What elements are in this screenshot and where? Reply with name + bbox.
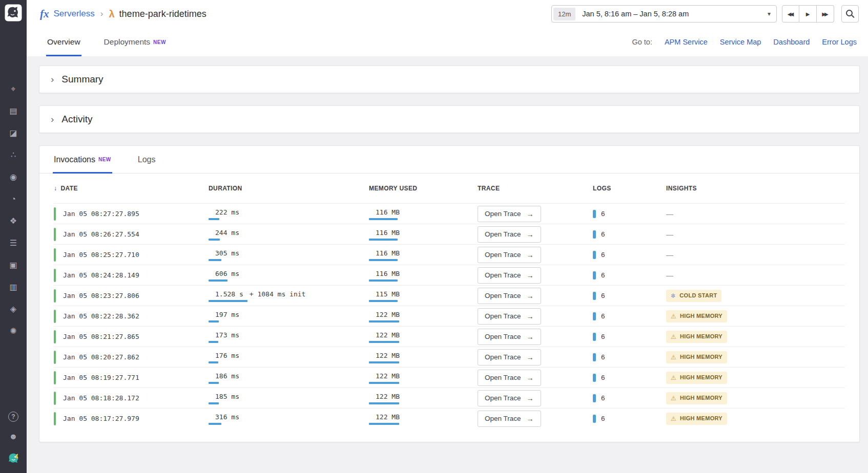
invocation-date: Jan 05 08:26:27.554 (63, 230, 139, 238)
arrow-right-icon: → (527, 230, 534, 239)
table-row[interactable]: Jan 05 08:25:27.710 305 ms 116 MB Open T… (54, 244, 845, 265)
processes-icon[interactable]: ∴ (7, 149, 19, 161)
log-icon (593, 333, 596, 341)
open-trace-button[interactable]: Open Trace → (478, 349, 541, 365)
logs-count-cell[interactable]: 6 (593, 271, 666, 280)
goto-link-apm-service[interactable]: APM Service (665, 38, 708, 46)
open-trace-button[interactable]: Open Trace → (478, 288, 541, 304)
sidebar-bottom: ? ☻ (7, 412, 19, 466)
logs-count-cell[interactable]: 6 (593, 251, 666, 259)
tab-overview[interactable]: Overview (47, 28, 80, 56)
goto-link-dashboard[interactable]: Dashboard (773, 38, 810, 46)
table-row[interactable]: Jan 05 08:17:27.979 316 ms 122 MB Open T… (54, 408, 845, 428)
logs-count-cell[interactable]: 6 (593, 210, 666, 218)
open-trace-button[interactable]: Open Trace → (478, 370, 541, 386)
trace-cell: Open Trace → (478, 308, 593, 325)
memory-cell: 122 MB (369, 351, 478, 363)
tab-invocations[interactable]: Invocations NEW (54, 146, 111, 173)
insights-cell: ⚠ HIGH MEMORY (666, 331, 845, 343)
zoom-button[interactable] (841, 5, 859, 23)
open-trace-button[interactable]: Open Trace → (478, 226, 541, 243)
duration-cell: 222 ms (209, 207, 369, 220)
duration-bar (209, 382, 219, 384)
organization-icon[interactable]: ☻ (9, 432, 18, 441)
logs-count-cell[interactable]: 6 (593, 230, 666, 239)
column-header-insights: INSIGHTS (666, 185, 845, 192)
tab-logs[interactable]: Logs (138, 146, 156, 173)
duration-value: 186 ms (215, 372, 239, 380)
datadog-logo-icon[interactable] (5, 4, 22, 22)
table-row[interactable]: Jan 05 08:23:27.806 1.528 s+ 1084 ms ini… (54, 285, 845, 306)
logs-count-cell[interactable]: 6 (593, 394, 666, 402)
events-icon[interactable]: ▤ (7, 105, 19, 117)
open-trace-button[interactable]: Open Trace → (478, 308, 541, 325)
help-icon[interactable]: ? (8, 412, 18, 422)
memory-bar (369, 423, 399, 425)
logs-count-cell[interactable]: 6 (593, 353, 666, 361)
tab-deployments[interactable]: Deployments NEW (104, 28, 166, 56)
table-row[interactable]: Jan 05 08:24:28.149 606 ms 116 MB Open T… (54, 265, 845, 285)
insight-badge: — (666, 272, 673, 279)
trace-cell: Open Trace → (478, 390, 593, 406)
table-row[interactable]: Jan 05 08:21:27.865 173 ms 122 MB Open T… (54, 326, 845, 347)
integrations-icon[interactable]: ❖ (7, 215, 19, 227)
memory-metric: 116 MB (369, 228, 400, 241)
open-trace-button[interactable]: Open Trace → (478, 206, 541, 222)
logs-count-cell[interactable]: 6 (593, 312, 666, 320)
log-explorer-icon[interactable]: ▥ (7, 281, 19, 293)
open-trace-button[interactable]: Open Trace → (478, 411, 541, 427)
insight-icon: ⚠ (671, 334, 676, 340)
invocation-date-cell: Jan 05 08:18:28.172 (54, 392, 209, 405)
monitors-icon[interactable]: ◉ (7, 171, 19, 183)
goto-link-error-logs[interactable]: Error Logs (822, 38, 857, 46)
memory-metric: 116 MB (369, 269, 400, 282)
insights-cell: ⚠ HIGH MEMORY (666, 392, 845, 404)
goto-link-service-map[interactable]: Service Map (720, 38, 761, 46)
synthetics-icon[interactable]: ✺ (7, 325, 19, 337)
open-trace-button[interactable]: Open Trace → (478, 247, 541, 263)
column-header-duration[interactable]: DURATION (209, 185, 369, 192)
goto-label: Go to: (632, 38, 652, 46)
tab-deployments-label: Deployments (104, 37, 150, 47)
logs-count-cell[interactable]: 6 (593, 333, 666, 341)
security-icon[interactable]: ◈ (7, 303, 19, 315)
skip-forward-button[interactable]: ▶▶ (817, 5, 834, 23)
table-row[interactable]: Jan 05 08:27:27.895 222 ms 116 MB Open T… (54, 203, 845, 224)
logs-count-cell[interactable]: 6 (593, 415, 666, 423)
column-header-date[interactable]: ↓DATE (54, 185, 209, 192)
memory-metric: 122 MB (369, 412, 400, 425)
invocation-date-cell: Jan 05 08:19:27.771 (54, 371, 209, 384)
play-button[interactable]: ▶ (799, 5, 817, 23)
table-row[interactable]: Jan 05 08:22:28.362 197 ms 122 MB Open T… (54, 306, 845, 326)
table-row[interactable]: Jan 05 08:19:27.771 186 ms 122 MB Open T… (54, 367, 845, 388)
column-header-memory[interactable]: MEMORY USED (369, 185, 478, 192)
metrics-icon[interactable]: ◪ (7, 127, 19, 139)
apm-icon[interactable]: ◔ (7, 193, 19, 205)
time-range-selector[interactable]: 12m Jan 5, 8:16 am – Jan 5, 8:28 am ▾ (551, 5, 777, 23)
notebooks-icon[interactable]: ▣ (7, 259, 19, 271)
memory-cell: 116 MB (369, 207, 478, 220)
table-row[interactable]: Jan 05 08:26:27.554 244 ms 116 MB Open T… (54, 224, 845, 244)
watchdog-icon[interactable]: ⌖ (7, 83, 19, 95)
insight-label: — (666, 251, 673, 259)
skip-back-button[interactable]: ◀◀ (782, 5, 799, 23)
open-trace-button[interactable]: Open Trace → (478, 329, 541, 345)
logs-count-cell[interactable]: 6 (593, 292, 666, 300)
play-icon: ▶ (806, 11, 810, 17)
memory-value: 122 MB (376, 372, 400, 380)
open-trace-button[interactable]: Open Trace → (478, 267, 541, 284)
datadog-bits-icon[interactable] (7, 451, 19, 466)
duration-bar (209, 280, 228, 282)
summary-section-toggle[interactable]: › Summary (39, 66, 860, 93)
duration-value: 244 ms (215, 229, 239, 236)
table-row[interactable]: Jan 05 08:20:27.862 176 ms 122 MB Open T… (54, 347, 845, 367)
status-ok-bar (54, 392, 56, 405)
logs-count-cell[interactable]: 6 (593, 374, 666, 382)
open-trace-button[interactable]: Open Trace → (478, 390, 541, 406)
activity-section-toggle[interactable]: › Activity (39, 105, 860, 133)
table-row[interactable]: Jan 05 08:18:28.172 185 ms 122 MB Open T… (54, 388, 845, 408)
log-pipelines-icon[interactable]: ☰ (7, 237, 19, 249)
insight-badge: ⚠ HIGH MEMORY (666, 372, 727, 384)
breadcrumb-serverless-link[interactable]: Serverless (54, 9, 95, 19)
insight-label: HIGH MEMORY (680, 354, 722, 360)
